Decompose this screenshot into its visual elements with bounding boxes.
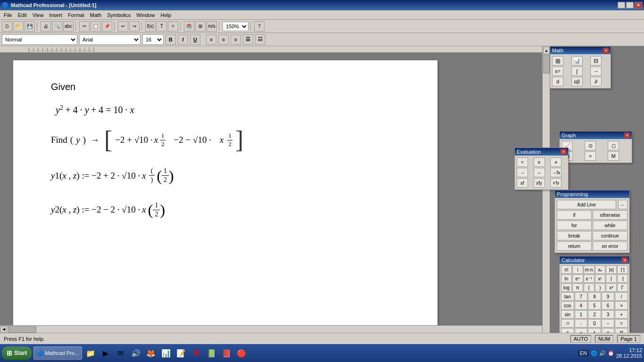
open-btn[interactable]: 📂: [13, 21, 24, 32]
calc-tan-btn[interactable]: tan: [561, 292, 574, 301]
prog-return-btn[interactable]: return: [557, 241, 592, 251]
close-btn[interactable]: ✕: [635, 2, 642, 8]
calc-9-btn[interactable]: 9: [602, 292, 615, 301]
prog-onerror-btn[interactable]: on error: [593, 241, 627, 251]
calc-log-btn[interactable]: log: [561, 283, 572, 292]
math-arithmetic-btn[interactable]: ⊞: [552, 56, 563, 66]
eval-sub-btn[interactable]: ↔: [534, 168, 545, 177]
calc-panel-close[interactable]: ✕: [622, 257, 627, 263]
calc-abs-btn[interactable]: |x|: [606, 265, 617, 274]
copy-btn[interactable]: 📋: [91, 21, 101, 32]
menu-help[interactable]: Help: [157, 11, 174, 19]
calc-sin-btn[interactable]: sin: [561, 310, 574, 319]
graph-panel-close[interactable]: ✕: [624, 132, 630, 138]
eval-fx-btn[interactable]: →fx: [550, 168, 561, 177]
restore-btn[interactable]: □: [626, 2, 634, 8]
numlist-btn[interactable]: ☷: [255, 34, 265, 45]
paste-btn[interactable]: 📌: [102, 21, 112, 32]
eval-xfy-btn[interactable]: xfy: [534, 178, 545, 188]
preview-btn[interactable]: 🔍: [52, 21, 62, 32]
math-calculus-btn[interactable]: ∫: [571, 66, 583, 76]
underline-btn[interactable]: U: [190, 34, 200, 45]
calc-r-btn[interactable]: ⌈: [606, 274, 617, 283]
minimize-btn[interactable]: _: [618, 2, 625, 8]
calc-mul-btn[interactable]: ×: [615, 301, 628, 310]
italic-btn[interactable]: I: [178, 34, 188, 45]
h-scroll-thumb[interactable]: [8, 326, 36, 333]
calc-inv-btn[interactable]: x⁻¹: [584, 274, 594, 283]
graph-3d-btn[interactable]: ◻: [608, 141, 619, 150]
list-btn[interactable]: ☰: [243, 34, 253, 45]
calc-8-btn[interactable]: 8: [588, 292, 601, 301]
calc-r2-btn[interactable]: ⌉: [617, 274, 628, 283]
taskbar-icon-publisher[interactable]: 📕: [220, 346, 233, 360]
menu-math[interactable]: Math: [87, 11, 104, 19]
calc-add-btn[interactable]: +: [615, 310, 628, 319]
font-dropdown[interactable]: Arial: [79, 34, 140, 45]
math-prog-btn[interactable]: d: [552, 77, 563, 86]
prog-if-btn[interactable]: if: [557, 210, 592, 220]
taskbar-mathcad[interactable]: 🔵 Mathcad Pro...: [33, 346, 82, 360]
eval-neq-btn[interactable]: ≠: [550, 157, 561, 167]
menu-symbolics[interactable]: Symbolics: [104, 11, 133, 19]
component-btn[interactable]: ⊞: [195, 21, 206, 32]
menu-format[interactable]: Format: [65, 11, 87, 19]
graph-polar-btn[interactable]: ⊙: [585, 141, 596, 150]
redo-btn[interactable]: ↪: [129, 21, 140, 32]
prog-for-btn[interactable]: for: [557, 221, 592, 230]
graph-m-btn[interactable]: M: [608, 151, 619, 161]
undo-btn[interactable]: ↩: [118, 21, 128, 32]
taskbar-icon-firefox[interactable]: 🦊: [144, 346, 157, 360]
taskbar-icon-excel[interactable]: 📗: [205, 346, 218, 360]
zoom-dropdown[interactable]: 150% 100% 75%: [223, 22, 248, 31]
taskbar-icon-audio[interactable]: 🔊: [129, 346, 142, 360]
unit-btn[interactable]: m/s: [206, 21, 217, 32]
align-right-btn[interactable]: ≡: [231, 34, 241, 45]
eval-panel-close[interactable]: ✕: [561, 149, 566, 155]
eval-xfy2-btn[interactable]: x'fy: [550, 178, 561, 188]
eval-xf-btn[interactable]: xf: [517, 178, 528, 188]
prog-break-btn[interactable]: break: [557, 231, 592, 240]
v-scroll-thumb[interactable]: [543, 55, 550, 74]
menu-window[interactable]: Window: [133, 11, 157, 19]
taskbar-icon-app[interactable]: 🔴: [235, 346, 248, 360]
menu-edit[interactable]: Edit: [15, 11, 30, 19]
insert-math-btn[interactable]: f(x): [145, 21, 156, 32]
align-left-btn[interactable]: ≡: [206, 34, 216, 45]
calc-cos-btn[interactable]: cos: [561, 301, 574, 310]
spell-btn[interactable]: abc: [63, 21, 74, 32]
insert-text-btn[interactable]: T: [157, 21, 167, 32]
calc-mn-btn[interactable]: m·n: [584, 265, 594, 274]
taskbar-icon-mail[interactable]: ✉: [114, 346, 127, 360]
taskbar-icon-yandex[interactable]: Я: [190, 346, 203, 360]
calc-2-btn[interactable]: 2: [588, 310, 601, 319]
calc-sq-btn[interactable]: x²: [606, 283, 617, 292]
math-eval-btn[interactable]: x=: [552, 66, 563, 76]
calc-div-btn[interactable]: /: [615, 292, 628, 301]
calc-xn-btn[interactable]: xₙ: [595, 265, 606, 274]
calc-dot-btn[interactable]: ·: [575, 319, 588, 328]
math-greek-btn[interactable]: αβ: [571, 77, 583, 86]
calc-3-btn[interactable]: 3: [602, 310, 615, 319]
print-btn[interactable]: 🖨: [41, 21, 51, 32]
prog-addline-btn[interactable]: Add Line: [557, 200, 616, 209]
math-graph-btn[interactable]: 📊: [571, 56, 583, 66]
new-btn[interactable]: 🗋: [2, 21, 12, 32]
calc-assign-btn[interactable]: :=: [561, 319, 574, 328]
calc-lparen-btn[interactable]: (: [584, 283, 594, 292]
math-panel-close[interactable]: ✕: [603, 48, 609, 53]
calc-fact-btn[interactable]: n!: [561, 265, 572, 274]
bold-btn[interactable]: B: [165, 34, 176, 45]
calc-ln-btn[interactable]: ln: [561, 274, 572, 283]
prog-while-btn[interactable]: while: [593, 221, 627, 230]
math-matrix-btn[interactable]: ⊟: [590, 56, 602, 66]
eval-arrow-btn[interactable]: →: [517, 168, 528, 177]
equals-btn[interactable]: =: [168, 21, 178, 32]
taskbar-icon-word[interactable]: 📝: [174, 346, 188, 360]
h-scrollbar[interactable]: ◀: [0, 325, 542, 333]
taskbar-icon-media[interactable]: ▶: [99, 346, 112, 360]
menu-file[interactable]: File: [1, 11, 15, 19]
calc-i-btn[interactable]: i: [572, 265, 583, 274]
calc-pow-btn[interactable]: xʸ: [595, 274, 606, 283]
eval-eq-btn[interactable]: =: [517, 157, 528, 167]
